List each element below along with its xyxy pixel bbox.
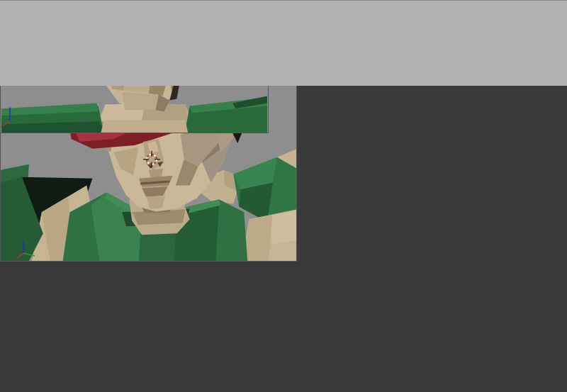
buttons-window-body[interactable]	[0, 0, 567, 86]
blender-window: File Add Timeline Game Render Help SR:2-…	[0, 0, 567, 392]
